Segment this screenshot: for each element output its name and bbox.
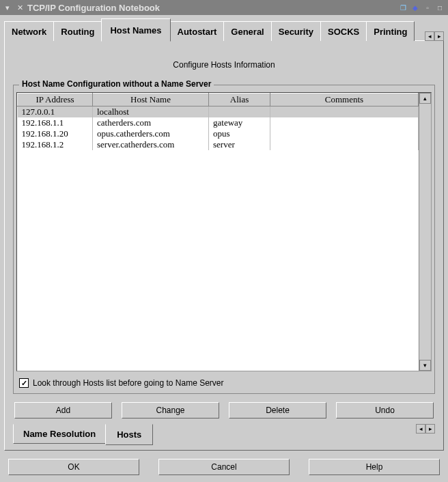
tab-printing[interactable]: Printing bbox=[366, 21, 415, 41]
subtab-name-resolution[interactable]: Name Resolution bbox=[13, 424, 106, 444]
window-body: NetworkRoutingHost NamesAutostartGeneral… bbox=[0, 15, 448, 482]
scroll-track[interactable] bbox=[419, 104, 431, 360]
fieldset-legend: Host Name Configuration without a Name S… bbox=[19, 79, 214, 89]
ok-button[interactable]: OK bbox=[8, 459, 139, 475]
tab-autostart[interactable]: Autostart bbox=[170, 21, 225, 41]
cell-alias bbox=[209, 107, 270, 118]
scroll-down-icon[interactable]: ▾ bbox=[419, 360, 431, 371]
lookup-checkbox-row: ✓ Look through Hosts list before going t… bbox=[15, 374, 433, 389]
add-button[interactable]: Add bbox=[14, 402, 112, 419]
titlebar: ▾ ✕ TCP/IP Configuration Notebook ❐ ◆ ▫ … bbox=[0, 0, 448, 15]
cell-ip: 192.168.1.1 bbox=[18, 117, 93, 128]
hosts-table-wrap: IP Address Host Name Alias Comments 127.… bbox=[16, 92, 432, 371]
table-row[interactable]: 192.168.1.20opus.catherders.comopus bbox=[18, 128, 419, 139]
rollup-icon[interactable]: ◆ bbox=[410, 2, 421, 13]
cell-comments bbox=[270, 139, 419, 150]
tab-host-names[interactable]: Host Names bbox=[101, 18, 170, 42]
tab-scroll-left-icon[interactable]: ◂ bbox=[425, 31, 434, 41]
cell-alias: server bbox=[209, 139, 270, 150]
cell-host: localhost bbox=[93, 107, 209, 118]
col-header-ip[interactable]: IP Address bbox=[18, 94, 93, 107]
tab-routing[interactable]: Routing bbox=[53, 21, 102, 41]
cell-comments bbox=[270, 117, 419, 128]
action-button-row: Add Change Delete Undo bbox=[13, 394, 435, 424]
scroll-up-icon[interactable]: ▴ bbox=[419, 93, 431, 104]
help-button[interactable]: Help bbox=[309, 459, 440, 475]
lookup-checkbox-label: Look through Hosts list before going to … bbox=[33, 378, 223, 388]
tab-socks[interactable]: SOCKS bbox=[320, 21, 367, 41]
windows-list-icon[interactable]: ❐ bbox=[397, 2, 408, 13]
hosts-tbody: 127.0.0.1localhost192.168.1.1catherders.… bbox=[18, 107, 419, 356]
cell-ip: 127.0.0.1 bbox=[18, 107, 93, 118]
cell-host: server.catherders.com bbox=[93, 139, 209, 150]
cell-host: opus.catherders.com bbox=[93, 128, 209, 139]
cell-ip: 192.168.1.20 bbox=[18, 128, 93, 139]
lookup-checkbox[interactable]: ✓ bbox=[19, 378, 29, 388]
dialog-button-row: OK Cancel Help bbox=[4, 451, 444, 478]
delete-button[interactable]: Delete bbox=[229, 402, 326, 419]
cell-alias: gateway bbox=[209, 117, 270, 128]
subtab-hosts[interactable]: Hosts bbox=[105, 424, 153, 445]
undo-button[interactable]: Undo bbox=[336, 402, 434, 419]
table-row[interactable]: 192.168.1.1catherders.comgateway bbox=[18, 117, 419, 128]
cell-host: catherders.com bbox=[93, 117, 209, 128]
sub-tabs: Name ResolutionHosts◂▸ bbox=[13, 424, 435, 444]
col-header-alias[interactable]: Alias bbox=[209, 94, 270, 107]
col-header-host[interactable]: Host Name bbox=[93, 94, 209, 107]
cell-alias: opus bbox=[209, 128, 270, 139]
system-menu-icon[interactable]: ▾ bbox=[3, 3, 12, 12]
window-title: TCP/IP Configuration Notebook bbox=[27, 3, 397, 13]
hosts-table[interactable]: IP Address Host Name Alias Comments 127.… bbox=[17, 93, 419, 355]
cell-ip: 192.168.1.2 bbox=[18, 139, 93, 150]
tab-network[interactable]: Network bbox=[4, 21, 54, 41]
minimize-icon[interactable]: ▫ bbox=[422, 2, 433, 13]
vertical-scrollbar[interactable]: ▴ ▾ bbox=[419, 93, 431, 371]
table-row[interactable]: 192.168.1.2server.catherders.comserver bbox=[18, 139, 419, 150]
tab-general[interactable]: General bbox=[223, 21, 271, 41]
top-tabs: NetworkRoutingHost NamesAutostartGeneral… bbox=[4, 18, 444, 41]
tab-security[interactable]: Security bbox=[271, 21, 321, 41]
maximize-icon[interactable]: □ bbox=[434, 2, 445, 13]
hosts-fieldset: Host Name Configuration without a Name S… bbox=[13, 85, 435, 394]
change-button[interactable]: Change bbox=[122, 402, 219, 419]
subtab-scroll-left-icon[interactable]: ◂ bbox=[416, 424, 425, 434]
table-row[interactable]: 127.0.0.1localhost bbox=[18, 107, 419, 118]
cell-comments bbox=[270, 107, 419, 118]
col-header-comments[interactable]: Comments bbox=[270, 94, 419, 107]
page-panel: Configure Hosts Information Host Name Co… bbox=[4, 40, 444, 451]
cell-comments bbox=[270, 128, 419, 139]
cancel-button[interactable]: Cancel bbox=[158, 459, 290, 475]
subtab-scroll-right-icon[interactable]: ▸ bbox=[425, 424, 435, 434]
close-icon[interactable]: ✕ bbox=[15, 3, 25, 12]
tab-scroll-right-icon[interactable]: ▸ bbox=[434, 31, 444, 41]
